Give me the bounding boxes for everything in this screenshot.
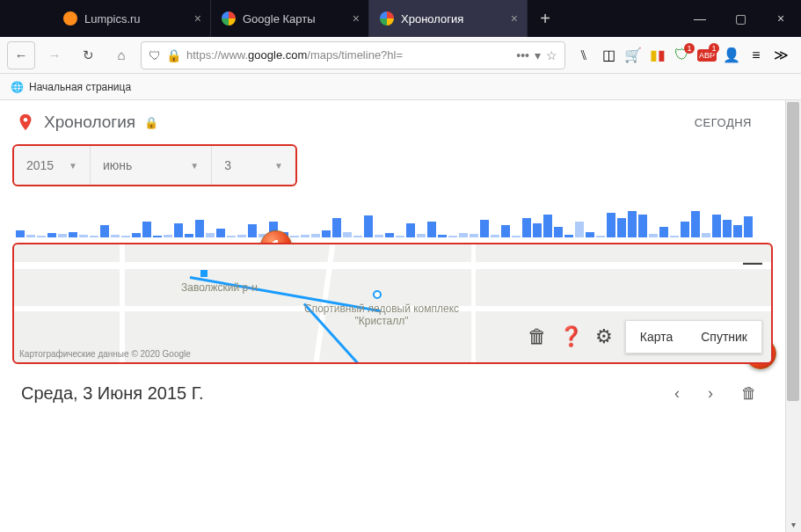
account-icon[interactable]: 👤	[724, 47, 739, 63]
map-panel[interactable]: Заволжский р-н Спортивный ледовый компле…	[12, 243, 773, 364]
activity-bar[interactable]	[248, 224, 257, 237]
activity-bar[interactable]	[111, 235, 120, 237]
scrollbar[interactable]: ▴ ▾	[785, 100, 801, 532]
map-type-satellite[interactable]: Спутник	[687, 321, 761, 353]
forward-button[interactable]: →	[40, 41, 69, 69]
activity-bar[interactable]	[448, 236, 457, 237]
sidebar-icon[interactable]: ◫	[601, 47, 616, 63]
close-button[interactable]: ×	[761, 0, 801, 37]
activity-bar[interactable]	[353, 236, 362, 237]
bookmark-item[interactable]: Начальная страница	[29, 81, 131, 93]
activity-bar[interactable]	[543, 215, 552, 237]
map-type-map[interactable]: Карта	[626, 321, 687, 353]
activity-bar[interactable]	[491, 235, 499, 237]
delete-day-button[interactable]: 🗑	[734, 384, 764, 403]
activity-bar[interactable]	[364, 215, 373, 237]
activity-bar[interactable]	[417, 234, 426, 237]
new-tab-button[interactable]: +	[528, 0, 563, 37]
cart-icon[interactable]: 🛒	[625, 47, 641, 63]
activity-bar[interactable]	[427, 222, 436, 237]
library-icon[interactable]: ⑊	[576, 47, 592, 63]
activity-bar[interactable]	[396, 236, 404, 237]
activity-bar[interactable]	[290, 236, 299, 237]
activity-bar[interactable]	[512, 236, 521, 237]
activity-bars[interactable]	[0, 186, 785, 237]
activity-bar[interactable]	[575, 222, 584, 237]
trash-icon[interactable]: 🗑	[528, 325, 547, 348]
activity-bar[interactable]	[227, 236, 236, 237]
activity-bar[interactable]	[121, 236, 130, 237]
more-icon[interactable]: •••	[516, 48, 529, 62]
activity-bar[interactable]	[659, 227, 668, 237]
home-button[interactable]: ⌂	[107, 41, 135, 69]
activity-bar[interactable]	[301, 235, 309, 237]
scroll-down-icon[interactable]: ▾	[785, 516, 801, 532]
security-ext-icon[interactable]: 🛡1	[674, 47, 690, 63]
next-day-button[interactable]: ›	[701, 384, 720, 403]
activity-bar[interactable]	[332, 218, 341, 237]
activity-bar[interactable]	[311, 234, 320, 237]
activity-bar[interactable]	[723, 220, 732, 237]
today-button[interactable]: СЕГОДНЯ	[695, 116, 769, 129]
activity-bar[interactable]	[681, 222, 689, 237]
activity-bar[interactable]	[385, 233, 394, 237]
scroll-thumb[interactable]	[787, 102, 799, 401]
activity-bar[interactable]	[206, 233, 215, 237]
activity-bar[interactable]	[438, 235, 447, 237]
activity-bar[interactable]	[459, 233, 468, 237]
activity-bar[interactable]	[564, 235, 573, 237]
collapse-icon[interactable]: —	[743, 251, 762, 274]
gear-icon[interactable]: ⚙	[595, 325, 613, 348]
activity-bar[interactable]	[174, 223, 183, 237]
activity-bar[interactable]	[744, 216, 753, 237]
activity-bar[interactable]	[607, 213, 615, 237]
activity-bar[interactable]	[185, 234, 193, 237]
activity-bar[interactable]	[164, 235, 172, 237]
activity-bar[interactable]	[691, 211, 700, 237]
activity-bar[interactable]	[142, 222, 151, 237]
activity-bar[interactable]	[480, 220, 489, 237]
activity-bar[interactable]	[79, 235, 88, 237]
activity-bar[interactable]	[649, 234, 658, 237]
activity-bar[interactable]	[628, 211, 637, 237]
activity-bar[interactable]	[470, 234, 478, 237]
activity-bar[interactable]	[16, 230, 25, 237]
activity-bar[interactable]	[733, 225, 742, 237]
minimize-button[interactable]: —	[680, 0, 720, 37]
activity-bar[interactable]	[501, 225, 510, 237]
menu-icon[interactable]: ≡	[748, 47, 764, 63]
activity-bar[interactable]	[132, 233, 141, 237]
browser-tab[interactable]: Lumpics.ru ×	[53, 0, 211, 37]
activity-bar[interactable]	[153, 236, 162, 237]
activity-bar[interactable]	[100, 225, 109, 237]
activity-bar[interactable]	[195, 220, 204, 237]
reader-icon[interactable]: ▾	[535, 48, 541, 62]
activity-bar[interactable]	[58, 234, 67, 237]
activity-bar[interactable]	[596, 236, 605, 237]
month-select[interactable]: июнь ▼	[91, 146, 212, 185]
prev-day-button[interactable]: ‹	[667, 384, 687, 403]
star-icon[interactable]: ☆	[546, 48, 557, 62]
reload-button[interactable]: ↻	[74, 41, 102, 69]
activity-bar[interactable]	[47, 233, 56, 237]
maximize-button[interactable]: ▢	[720, 0, 761, 37]
browser-tab[interactable]: Google Карты ×	[211, 0, 369, 37]
activity-bar[interactable]	[322, 230, 331, 237]
overflow-icon[interactable]: ≫	[773, 47, 789, 63]
activity-bar[interactable]	[406, 223, 415, 237]
activity-bar[interactable]	[670, 236, 679, 237]
activity-bar[interactable]	[617, 218, 626, 237]
address-bar[interactable]: 🛡 🔒 https://www.google.com/maps/timeline…	[141, 41, 565, 69]
close-icon[interactable]: ×	[511, 11, 518, 26]
close-icon[interactable]: ×	[194, 11, 201, 26]
activity-bar[interactable]	[26, 235, 35, 237]
year-select[interactable]: 2015 ▼	[14, 146, 91, 185]
activity-bar[interactable]	[37, 236, 46, 237]
activity-bar[interactable]	[554, 227, 563, 237]
adblock-ext-icon[interactable]: ABP1	[699, 47, 715, 63]
day-select[interactable]: 3 ▼	[212, 146, 295, 185]
activity-bar[interactable]	[712, 215, 721, 237]
browser-tab-active[interactable]: Хронология ×	[369, 0, 528, 37]
bookmark-ext-icon[interactable]: ▮▮	[650, 47, 666, 63]
activity-bar[interactable]	[237, 235, 246, 237]
